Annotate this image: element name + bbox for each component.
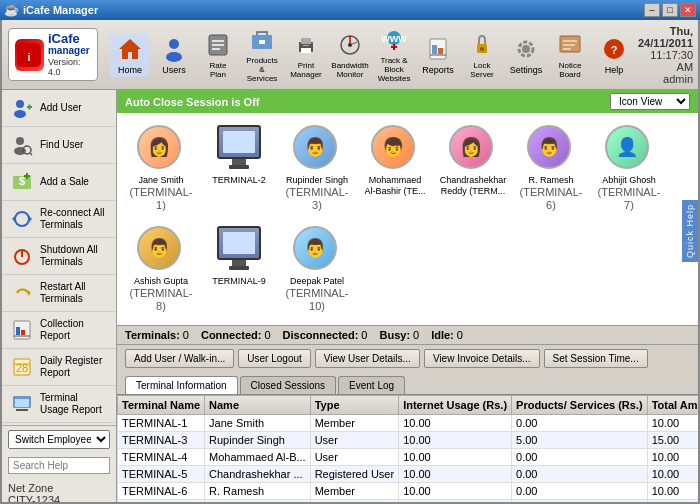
svg-marker-50 bbox=[12, 216, 15, 222]
tab-closed-sessions[interactable]: Closed Sessions bbox=[240, 376, 336, 394]
tab-terminal-info[interactable]: Terminal Information bbox=[125, 376, 238, 394]
terminal-6-icon: 👨 bbox=[527, 125, 575, 173]
view-select: Icon View List View Detail View bbox=[610, 93, 690, 110]
svg-rect-12 bbox=[301, 38, 311, 44]
svg-rect-55 bbox=[16, 327, 20, 335]
lock-icon bbox=[468, 31, 496, 59]
terminal-7[interactable]: 👤 Abhijit Ghosh(TERMINAL-7) bbox=[593, 121, 665, 216]
table-row[interactable]: TERMINAL-6 R. Ramesh Member 10.00 0.00 1… bbox=[118, 483, 699, 500]
view-invoice-details-button[interactable]: View Invoice Details... bbox=[424, 349, 540, 368]
toolbar-reports[interactable]: Reports bbox=[418, 33, 458, 77]
toolbar-settings[interactable]: Settings bbox=[506, 33, 546, 77]
svg-point-18 bbox=[348, 43, 352, 47]
sidebar-add-user[interactable]: Add User bbox=[2, 90, 116, 127]
sidebar-shutdown[interactable]: Shutdown All Terminals bbox=[2, 238, 116, 275]
toolbar-track[interactable]: www Track &Block Websites bbox=[374, 24, 414, 85]
print-icon bbox=[292, 31, 320, 59]
svg-rect-25 bbox=[438, 48, 443, 54]
right-panel: Auto Close Session is Off Icon View List… bbox=[117, 90, 698, 502]
toolbar-bandwidth[interactable]: BandwidthMonitor bbox=[330, 29, 370, 81]
close-button[interactable]: ✕ bbox=[680, 3, 696, 17]
terminal-2[interactable]: TERMINAL-2 bbox=[203, 121, 275, 216]
table-row[interactable]: TERMINAL-7 Abhijit Ghosh User 10.00 0.00… bbox=[118, 500, 699, 502]
terminal-9[interactable]: TERMINAL-9 bbox=[203, 222, 275, 317]
terminal-5[interactable]: 👩 ChandrashekharReddy (TERM... bbox=[437, 121, 509, 216]
bandwidth-icon bbox=[336, 31, 364, 59]
toolbar-rate-plan[interactable]: RatePlan bbox=[198, 29, 238, 81]
svg-marker-53 bbox=[28, 290, 31, 296]
terminal-5-icon: 👩 bbox=[449, 125, 497, 173]
toolbar-lock-server[interactable]: LockServer bbox=[462, 29, 502, 81]
terminal-1[interactable]: 👩 Jane Smith(TERMINAL-1) bbox=[125, 121, 197, 216]
logo-text: iCafe manager Version: 4.0 bbox=[48, 31, 91, 78]
svg-point-28 bbox=[480, 47, 484, 51]
status-terminals: Terminals: 0 bbox=[125, 329, 189, 341]
table-row[interactable]: TERMINAL-1 Jane Smith Member 10.00 0.00 … bbox=[118, 415, 699, 432]
terminal-2-icon bbox=[215, 125, 263, 173]
table-row[interactable]: TERMINAL-5 Chandrashekhar ... Registered… bbox=[118, 466, 699, 483]
sidebar-restart[interactable]: Restart All Terminals bbox=[2, 275, 116, 312]
logo-icon: i bbox=[15, 39, 44, 71]
net-zone: Net Zone CITY-1234 bbox=[2, 478, 116, 502]
sidebar-collection-report[interactable]: Collection Report bbox=[2, 312, 116, 349]
col-name: Name bbox=[205, 396, 311, 415]
add-user-icon bbox=[10, 96, 34, 120]
sidebar-find-user[interactable]: Find User bbox=[2, 127, 116, 164]
terminal-1-icon: 👩 bbox=[137, 125, 185, 173]
search-input[interactable] bbox=[8, 457, 110, 474]
restart-icon bbox=[10, 281, 34, 305]
table-row[interactable]: TERMINAL-4 Mohammaed Al-B... User 10.00 … bbox=[118, 449, 699, 466]
add-user-walkin-button[interactable]: Add User / Walk-in... bbox=[125, 349, 234, 368]
status-bar: Terminals: 0 Connected: 0 Disconnected: … bbox=[117, 325, 698, 345]
table-row[interactable]: TERMINAL-3 Rupinder Singh User 10.00 5.0… bbox=[118, 432, 699, 449]
terminal-10[interactable]: 👨 Deepak Patel(TERMINAL-10) bbox=[281, 222, 353, 317]
col-terminal-name: Terminal Name bbox=[118, 396, 205, 415]
title-bar: ☕ iCafe Manager – □ ✕ bbox=[0, 0, 700, 20]
search-container bbox=[2, 453, 116, 478]
status-disconnected: Disconnected: 0 bbox=[283, 329, 368, 341]
col-products: Products/ Services (Rs.) bbox=[512, 396, 648, 415]
products-icon bbox=[248, 26, 276, 54]
toolbar-home[interactable]: Home bbox=[110, 33, 150, 77]
view-user-details-button[interactable]: View User Details... bbox=[315, 349, 420, 368]
terminals-grid: 👩 Jane Smith(TERMINAL-1) TERMINAL-2 bbox=[117, 113, 698, 325]
quick-help-tab[interactable]: Quick Help bbox=[682, 200, 698, 262]
terminal-3[interactable]: 👨 Rupinder Singh(TERMINAL-3) bbox=[281, 121, 353, 216]
minimize-button[interactable]: – bbox=[644, 3, 660, 17]
user-logout-button[interactable]: User Logout bbox=[238, 349, 310, 368]
sidebar-add-sale[interactable]: $ Add a Sale bbox=[2, 164, 116, 201]
svg-text:?: ? bbox=[611, 44, 618, 56]
view-dropdown[interactable]: Icon View List View Detail View bbox=[610, 93, 690, 110]
table-container: Terminal Name Name Type Internet Usage (… bbox=[117, 394, 698, 502]
terminal-3-icon: 👨 bbox=[293, 125, 341, 173]
employee-dropdown[interactable]: Switch Employee bbox=[8, 430, 110, 449]
tab-event-log[interactable]: Event Log bbox=[338, 376, 405, 394]
find-user-icon bbox=[10, 133, 34, 157]
sidebar-terminal-usage[interactable]: Terminal Usage Report bbox=[2, 386, 116, 423]
rate-plan-icon bbox=[204, 31, 232, 59]
toolbar-help[interactable]: ? Help bbox=[594, 33, 634, 77]
toolbar-products[interactable]: Products& Services bbox=[242, 24, 282, 85]
toolbar-notice-board[interactable]: NoticeBoard bbox=[550, 29, 590, 81]
shutdown-icon bbox=[10, 244, 34, 268]
toolbar: i iCafe manager Version: 4.0 Home bbox=[2, 20, 698, 90]
svg-point-29 bbox=[522, 45, 530, 53]
maximize-button[interactable]: □ bbox=[662, 3, 678, 17]
svg-point-3 bbox=[169, 39, 179, 49]
sidebar-reconnect[interactable]: Re-connect All Terminals bbox=[2, 201, 116, 238]
terminal-8[interactable]: 👨 Ashish Gupta(TERMINAL-8) bbox=[125, 222, 197, 317]
notice-icon bbox=[556, 31, 584, 59]
toolbar-print[interactable]: PrintManager bbox=[286, 29, 326, 81]
set-session-time-button[interactable]: Set Session Time... bbox=[544, 349, 648, 368]
settings-icon bbox=[512, 35, 540, 63]
toolbar-users[interactable]: Users bbox=[154, 33, 194, 77]
employee-dropdown-container: Switch Employee bbox=[2, 425, 116, 453]
daily-register-icon: 28 bbox=[10, 355, 34, 379]
sidebar-daily-register[interactable]: 28 Daily Register Report bbox=[2, 349, 116, 386]
title-bar-controls: – □ ✕ bbox=[644, 3, 696, 17]
terminal-6[interactable]: 👨 R. Ramesh(TERMINAL-6) bbox=[515, 121, 587, 216]
svg-point-38 bbox=[14, 110, 26, 118]
col-type: Type bbox=[310, 396, 398, 415]
terminal-7-icon: 👤 bbox=[605, 125, 653, 173]
terminal-4[interactable]: 👦 MohammaedAl-Bashir (TE... bbox=[359, 121, 431, 216]
